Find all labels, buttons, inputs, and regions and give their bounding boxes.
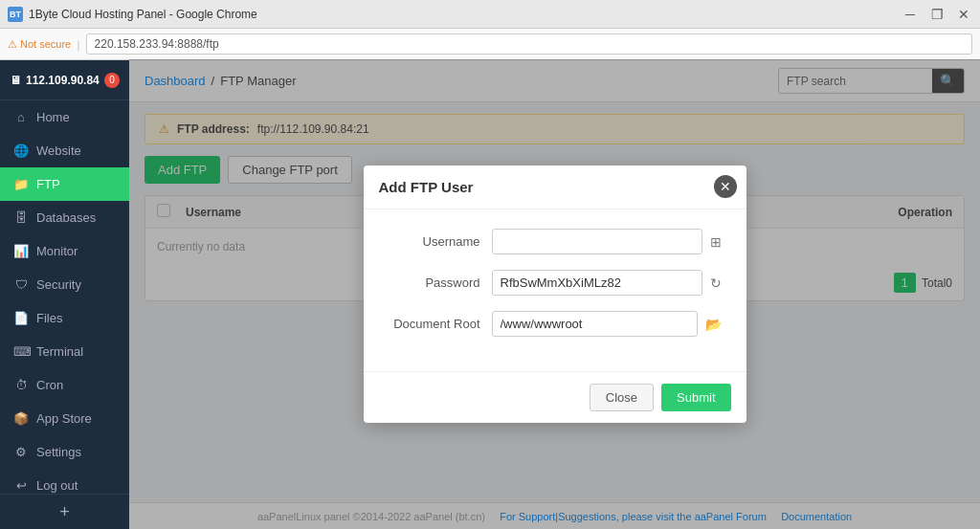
sidebar-item-label: App Store — [36, 411, 92, 426]
settings-icon: ⚙ — [13, 445, 29, 459]
server-ip: 🖥 112.109.90.84 — [10, 74, 100, 87]
monitor-icon: 📊 — [13, 244, 29, 258]
modal-close-button[interactable]: Close — [590, 384, 654, 411]
sidebar-item-logout[interactable]: ↩ Log out — [0, 469, 129, 494]
sidebar-item-files[interactable]: 📄 Files — [0, 301, 129, 335]
sidebar-item-security[interactable]: 🛡 Security — [0, 268, 129, 301]
password-label: Password — [387, 276, 492, 290]
docroot-input-wrap: 📂 — [492, 311, 724, 337]
modal-body: Username ⊞ Password ↻ Document Root — [364, 209, 746, 371]
username-input-wrap: ⊞ — [492, 229, 724, 254]
modal-header: Add FTP User — [364, 165, 746, 209]
docroot-label: Document Root — [387, 317, 492, 331]
sidebar-item-cron[interactable]: ⏱ Cron — [0, 368, 129, 402]
docroot-input[interactable] — [492, 311, 698, 337]
sidebar-item-label: Databases — [36, 210, 96, 225]
sidebar-item-label: Monitor — [36, 244, 78, 258]
browser-controls: ─ ❐ ✕ — [902, 6, 972, 23]
username-form-group: Username ⊞ — [387, 229, 724, 254]
close-button[interactable]: ✕ — [955, 6, 972, 23]
sidebar-header: 🖥 112.109.90.84 0 — [0, 60, 129, 100]
browser-addressbar: ⚠ Not secure | 220.158.233.94:8888/ftp — [0, 29, 980, 59]
username-input[interactable] — [492, 229, 702, 254]
sidebar: 🖥 112.109.90.84 0 ⌂ Home 🌐 Website 📁 FTP… — [0, 60, 129, 529]
sidebar-item-settings[interactable]: ⚙ Settings — [0, 435, 129, 469]
sidebar-item-label: Cron — [36, 378, 63, 392]
browser-title: 1Byte Cloud Hosting Panel - Google Chrom… — [29, 8, 257, 21]
ftp-icon: 📁 — [13, 177, 29, 191]
modal-overlay: Add FTP User ✕ Username ⊞ Password ↻ — [129, 59, 980, 529]
username-label: Username — [387, 234, 492, 249]
sidebar-item-label: Security — [36, 277, 81, 292]
files-icon: 📄 — [13, 311, 29, 325]
sidebar-item-label: FTP — [36, 177, 60, 191]
sidebar-item-terminal[interactable]: ⌨ Terminal — [0, 335, 129, 368]
databases-icon: 🗄 — [13, 210, 29, 225]
warning-icon: ⚠ — [8, 38, 17, 51]
sidebar-item-databases[interactable]: 🗄 Databases — [0, 201, 129, 234]
sidebar-item-monitor[interactable]: 📊 Monitor — [0, 234, 129, 268]
sidebar-item-label: Settings — [36, 445, 81, 459]
modal-title: Add FTP User — [379, 179, 474, 195]
address-separator: | — [77, 37, 79, 52]
modal-submit-button[interactable]: Submit — [661, 384, 730, 411]
add-ftp-modal: Add FTP User ✕ Username ⊞ Password ↻ — [364, 165, 746, 423]
sidebar-add-button[interactable]: + — [0, 494, 129, 529]
password-form-group: Password ↻ — [387, 270, 724, 296]
password-input[interactable] — [492, 270, 702, 296]
cron-icon: ⏱ — [13, 378, 29, 392]
terminal-icon: ⌨ — [13, 344, 29, 359]
logout-icon: ↩ — [13, 478, 29, 493]
sidebar-item-label: Website — [36, 143, 81, 158]
sidebar-item-label: Files — [36, 311, 62, 325]
sidebar-item-home[interactable]: ⌂ Home — [0, 100, 129, 134]
sidebar-item-label: Log out — [36, 478, 78, 493]
appstore-icon: 📦 — [13, 411, 29, 426]
browser-titlebar: BT 1Byte Cloud Hosting Panel - Google Ch… — [0, 0, 980, 29]
sidebar-item-website[interactable]: 🌐 Website — [0, 134, 129, 167]
password-input-wrap: ↻ — [492, 270, 724, 296]
username-generate-button[interactable]: ⊞ — [708, 232, 724, 252]
security-indicator: ⚠ Not secure — [8, 38, 71, 51]
modal-footer: Close Submit — [364, 371, 746, 423]
docroot-browse-button[interactable]: 📂 — [703, 315, 724, 334]
sidebar-item-appstore[interactable]: 📦 App Store — [0, 402, 129, 435]
website-icon: 🌐 — [13, 143, 29, 158]
sidebar-item-label: Home — [36, 110, 70, 124]
notification-badge[interactable]: 0 — [104, 73, 120, 88]
password-refresh-button[interactable]: ↻ — [708, 274, 724, 293]
minimize-button[interactable]: ─ — [902, 6, 919, 23]
security-icon: 🛡 — [13, 277, 29, 292]
sidebar-nav: ⌂ Home 🌐 Website 📁 FTP 🗄 Databases 📊 Mon… — [0, 100, 129, 494]
monitor-icon: 🖥 — [10, 74, 21, 87]
docroot-form-group: Document Root 📂 — [387, 311, 724, 337]
home-icon: ⌂ — [13, 110, 29, 124]
restore-button[interactable]: ❐ — [928, 6, 946, 23]
sidebar-item-ftp[interactable]: 📁 FTP — [0, 167, 129, 201]
browser-favicon: BT — [8, 7, 23, 22]
modal-close-x-button[interactable]: ✕ — [714, 175, 737, 198]
sidebar-item-label: Terminal — [36, 344, 83, 359]
address-bar[interactable]: 220.158.233.94:8888/ftp — [86, 33, 972, 55]
